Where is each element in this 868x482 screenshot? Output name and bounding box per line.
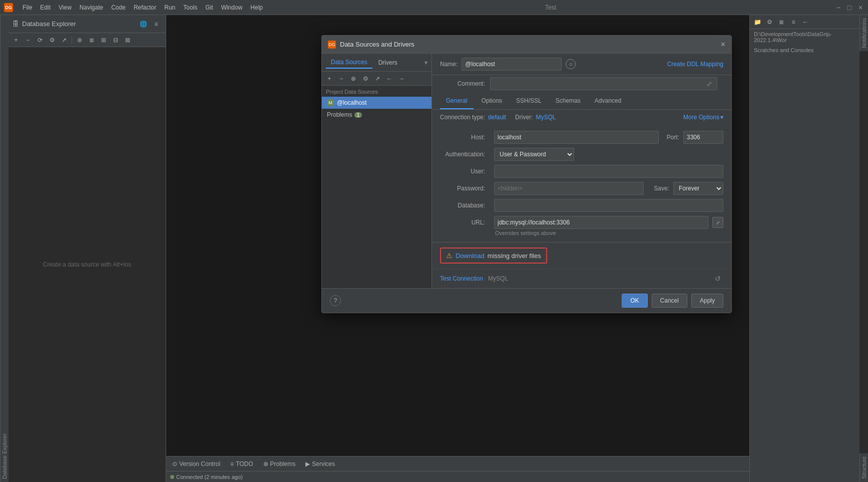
status-text: Connected (2 minutes ago) <box>176 474 243 480</box>
tab-data-sources[interactable]: Data Sources <box>326 57 372 69</box>
services-tab[interactable]: ▶ Services <box>303 460 337 467</box>
host-input[interactable] <box>494 131 659 144</box>
todo-label: TODO <box>236 460 253 467</box>
auth-select[interactable]: User & Password No auth Password SSH Tun… <box>494 148 574 161</box>
comment-expand-icon[interactable]: ⤢ <box>706 80 712 88</box>
password-input[interactable] <box>494 182 644 195</box>
dialog-close-button[interactable]: × <box>721 40 725 49</box>
db-explorer-globe-icon[interactable]: 🌐 <box>138 19 149 30</box>
db-explorer-settings-icon[interactable]: ≡ <box>151 19 162 30</box>
rp-sort-icon[interactable]: ≣ <box>776 17 787 28</box>
menu-help[interactable]: Help <box>247 3 266 12</box>
tab-options[interactable]: Options <box>476 93 508 109</box>
download-drivers-row[interactable]: ⚠ Download missing driver files <box>440 248 547 264</box>
problems-text: Problems <box>327 111 352 118</box>
filter-button[interactable]: ⊛ <box>74 35 85 46</box>
left-back-button[interactable]: ← <box>384 73 395 84</box>
main-content: DG Data Sources and Drivers × Data Sourc… <box>166 15 749 482</box>
left-copy-button[interactable]: ⊕ <box>348 73 359 84</box>
left-settings-button[interactable]: ⚙ <box>360 73 371 84</box>
notifications-side-label[interactable]: Notifications <box>859 15 868 51</box>
user-input[interactable] <box>494 165 723 178</box>
test-db-label: MySQL <box>488 275 508 282</box>
left-export-button[interactable]: ↗ <box>372 73 383 84</box>
menu-window[interactable]: Window <box>218 3 246 12</box>
right-panel-path: D:\DevelopmentTools\DataGrip-2022.1.4\Wo… <box>750 29 859 45</box>
tab-general[interactable]: General <box>440 93 474 109</box>
menu-file[interactable]: File <box>19 3 36 12</box>
title-bar: DG File Edit View Navigate Code Refactor… <box>0 0 868 15</box>
version-control-icon: ⊙ <box>172 460 177 467</box>
structure-side-label[interactable]: Structure <box>859 453 868 482</box>
refresh-button[interactable]: ⟳ <box>35 35 46 46</box>
menu-tools[interactable]: Tools <box>180 3 201 12</box>
name-circle-icon[interactable]: ○ <box>566 59 576 69</box>
test-refresh-button[interactable]: ↺ <box>712 273 723 284</box>
todo-tab[interactable]: ≡ TODO <box>228 460 255 467</box>
close-button[interactable]: × <box>857 4 864 11</box>
db-explorer-side-label[interactable]: Database Explorer <box>0 15 9 482</box>
connection-type-value[interactable]: default <box>488 114 506 121</box>
database-label: Database: <box>440 202 490 209</box>
ok-button[interactable]: OK <box>622 294 647 308</box>
database-input[interactable] <box>494 199 723 212</box>
download-link[interactable]: Download <box>456 252 485 260</box>
menu-git[interactable]: Git <box>202 3 216 12</box>
rp-filter-icon[interactable]: ≡ <box>788 17 799 28</box>
datasource-localhost-item[interactable]: M @localhost <box>322 97 431 109</box>
problems-label[interactable]: Problems 1 <box>322 109 431 121</box>
more-options-chevron-icon: ▾ <box>720 114 723 121</box>
url-input[interactable] <box>494 216 708 229</box>
menu-run[interactable]: Run <box>161 3 179 12</box>
more-options-link[interactable]: More Options ▾ <box>683 114 723 121</box>
maximize-button[interactable]: □ <box>846 4 853 11</box>
diff-button[interactable]: ⊟ <box>110 35 121 46</box>
db-explorer-header: 🗄 Database Explorer 🌐 ≡ <box>9 15 166 33</box>
port-input[interactable] <box>683 131 723 144</box>
dialog-body: Data Sources Drivers ▾ + − ⊕ ⚙ ↗ ← <box>322 54 731 288</box>
menu-edit[interactable]: Edit <box>37 3 54 12</box>
tab-drivers[interactable]: Drivers <box>373 57 402 68</box>
menu-code[interactable]: Code <box>108 3 129 12</box>
apply-button[interactable]: Apply <box>691 294 723 308</box>
datasource-properties-button[interactable]: ⚙ <box>47 35 58 46</box>
help-button[interactable]: ? <box>330 295 341 306</box>
tab-advanced[interactable]: Advanced <box>589 93 627 109</box>
problems-tab[interactable]: ⊕ Problems <box>261 460 298 467</box>
tab-schemas[interactable]: Schemas <box>550 93 587 109</box>
left-remove-button[interactable]: − <box>336 73 347 84</box>
test-connection-link[interactable]: Test Connection <box>440 275 483 282</box>
layout-button[interactable]: ⊞ <box>98 35 109 46</box>
name-input[interactable] <box>462 58 562 71</box>
content-tabs-row: General Options SSH/SSL Schemas Advanced <box>432 93 731 110</box>
view-button[interactable]: ⊠ <box>122 35 133 46</box>
name-row: Name: ○ Create DDL Mapping <box>432 54 731 75</box>
left-forward-button[interactable]: → <box>396 73 407 84</box>
tab-ssh-ssl[interactable]: SSH/SSL <box>510 93 548 109</box>
export-button[interactable]: ↗ <box>59 35 70 46</box>
add-datasource-button[interactable]: + <box>11 35 22 46</box>
toolbar-sep <box>72 36 72 44</box>
comment-input[interactable] <box>490 77 717 90</box>
minimize-button[interactable]: − <box>835 4 842 11</box>
sort-button[interactable]: ≣ <box>86 35 97 46</box>
remove-datasource-button[interactable]: − <box>23 35 34 46</box>
cancel-button[interactable]: Cancel <box>652 294 687 308</box>
more-options-text: More Options <box>683 114 719 121</box>
rp-folder-icon[interactable]: 📁 <box>752 17 763 28</box>
rp-settings-icon[interactable]: ⚙ <box>764 17 775 28</box>
left-add-button[interactable]: + <box>324 73 335 84</box>
rp-back-icon[interactable]: ← <box>800 17 811 28</box>
menu-navigate[interactable]: Navigate <box>76 3 107 12</box>
menu-view[interactable]: View <box>55 3 75 12</box>
url-expand-button[interactable]: ⤢ <box>712 217 723 228</box>
right-side-labels: Notifications Structure <box>859 15 868 482</box>
menu-refactor[interactable]: Refactor <box>130 3 160 12</box>
user-row: User: <box>432 163 731 180</box>
version-control-tab[interactable]: ⊙ Version Control <box>170 460 222 467</box>
todo-icon: ≡ <box>230 460 234 467</box>
driver-value[interactable]: MySQL <box>536 114 556 121</box>
create-ddl-link[interactable]: Create DDL Mapping <box>667 61 723 68</box>
save-select[interactable]: Forever Until restart Never <box>673 182 723 195</box>
dialog-left-toolbar: + − ⊕ ⚙ ↗ ← → <box>322 72 431 86</box>
